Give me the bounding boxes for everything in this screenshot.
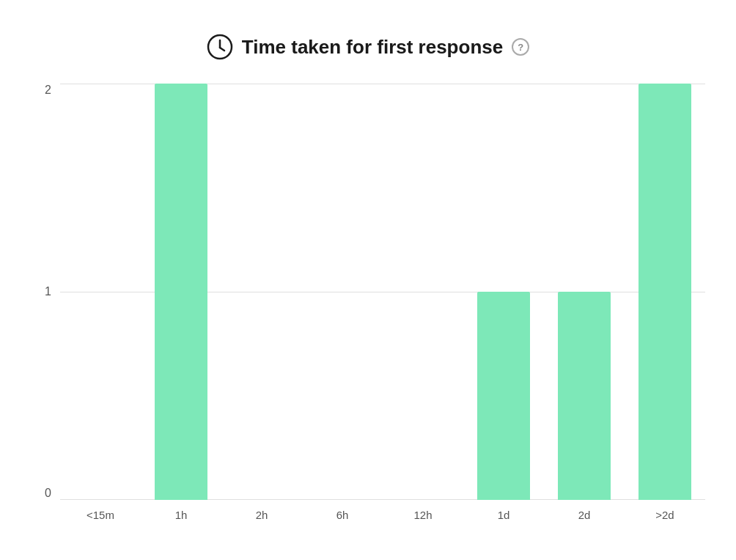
bar-1h [155, 84, 207, 500]
x-label-12h: 12h [383, 509, 463, 521]
bar-group-2h[interactable] [221, 84, 302, 500]
chart-body: 2 1 0 <15m1h2h6h12h1d2d>2d [31, 84, 705, 529]
clock-icon [207, 34, 233, 60]
x-label-<15m: <15m [60, 509, 141, 521]
y-label-0: 0 [45, 487, 51, 500]
bar-group-1h[interactable] [141, 84, 221, 500]
chart-plot-area: <15m1h2h6h12h1d2d>2d [60, 84, 705, 529]
x-label-2d: 2d [544, 509, 625, 521]
y-axis: 2 1 0 [31, 84, 60, 529]
x-label->2d: >2d [625, 509, 705, 521]
chart-header: Time taken for first response ? [31, 34, 705, 60]
y-label-1: 1 [45, 285, 51, 298]
x-label-6h: 6h [302, 509, 383, 521]
bar-1d [477, 292, 530, 500]
x-axis: <15m1h2h6h12h1d2d>2d [60, 500, 705, 529]
bars-row [60, 84, 705, 500]
svg-line-2 [220, 48, 224, 51]
x-label-1h: 1h [141, 509, 221, 521]
x-label-2h: 2h [221, 509, 302, 521]
help-icon[interactable]: ? [512, 38, 529, 56]
bar-group->2d[interactable] [625, 84, 705, 500]
y-label-2: 2 [45, 84, 51, 97]
bar->2d [639, 84, 691, 500]
bar-2d [558, 292, 611, 500]
bars-and-grid [60, 84, 705, 500]
bar-group-6h[interactable] [302, 84, 383, 500]
x-label-1d: 1d [463, 509, 544, 521]
bar-group-1d[interactable] [463, 84, 544, 500]
bar-group-2d[interactable] [544, 84, 625, 500]
chart-title: Time taken for first response [242, 36, 503, 59]
chart-container: Time taken for first response ? 2 1 0 [16, 16, 720, 544]
bar-group-<15m[interactable] [60, 84, 141, 500]
bar-group-12h[interactable] [383, 84, 463, 500]
